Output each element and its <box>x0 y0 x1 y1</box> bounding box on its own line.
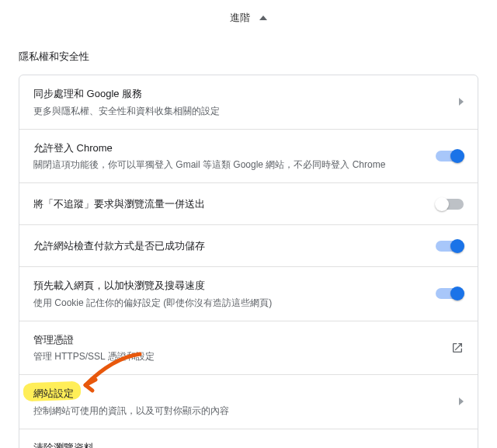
advanced-header[interactable]: 進階 <box>0 0 497 36</box>
row-title: 預先載入網頁，以加快瀏覽及搜尋速度 <box>33 278 425 293</box>
advanced-label: 進階 <box>230 11 250 25</box>
chevron-right-icon <box>459 98 464 106</box>
toggle-allow-signin[interactable] <box>436 151 464 161</box>
toggle-payment-check[interactable] <box>436 241 464 252</box>
row-preload-pages: 預先載入網頁，以加快瀏覽及搜尋速度 使用 Cookie 記住你的偏好設定 (即使… <box>19 267 478 321</box>
row-sub: 控制網站可使用的資訊，以及可對你顯示的內容 <box>33 404 448 418</box>
row-title: 允許登入 Chrome <box>33 141 425 156</box>
toggle-dnt[interactable] <box>436 199 464 210</box>
row-title: 管理憑證 <box>33 332 440 348</box>
row-sub: 管理 HTTPS/SSL 憑證和設定 <box>33 349 440 363</box>
row-title: 同步處理和 Google 服務 <box>33 86 448 102</box>
row-title: 將「不追蹤」要求與瀏覽流量一併送出 <box>33 196 425 212</box>
section-title-privacy: 隱私權和安全性 <box>0 36 497 75</box>
row-title: 網站設定 <box>33 386 448 401</box>
external-link-icon <box>451 342 464 354</box>
toggle-preload[interactable] <box>436 288 464 299</box>
row-allow-chrome-signin: 允許登入 Chrome 關閉這項功能後，你可以單獨登入 Gmail 等這類 Go… <box>19 130 478 184</box>
row-sub: 更多與隱私權、安全性和資料收集相關的設定 <box>33 104 448 118</box>
row-site-settings[interactable]: 網站設定 控制網站可使用的資訊，以及可對你顯示的內容 <box>19 375 478 429</box>
row-title: 清除瀏覽資料 <box>33 440 448 449</box>
row-sub: 使用 Cookie 記住你的偏好設定 (即使你沒有造訪這些網頁) <box>33 296 425 310</box>
row-clear-browsing-data[interactable]: 清除瀏覽資料 清除歷史記錄、Cookie、快取等資料 <box>19 429 478 449</box>
row-do-not-track: 將「不追蹤」要求與瀏覽流量一併送出 <box>19 183 478 225</box>
row-sync-google[interactable]: 同步處理和 Google 服務 更多與隱私權、安全性和資料收集相關的設定 <box>19 75 478 130</box>
row-sub: 關閉這項功能後，你可以單獨登入 Gmail 等這類 Google 網站，不必同時… <box>33 158 425 172</box>
chevron-up-icon <box>259 16 267 20</box>
row-payment-check: 允許網站檢查付款方式是否已成功儲存 <box>19 225 478 267</box>
row-title: 允許網站檢查付款方式是否已成功儲存 <box>33 238 425 254</box>
row-manage-certificates[interactable]: 管理憑證 管理 HTTPS/SSL 憑證和設定 <box>19 321 478 376</box>
settings-card: 同步處理和 Google 服務 更多與隱私權、安全性和資料收集相關的設定 允許登… <box>19 75 478 448</box>
chevron-right-icon <box>459 398 464 405</box>
